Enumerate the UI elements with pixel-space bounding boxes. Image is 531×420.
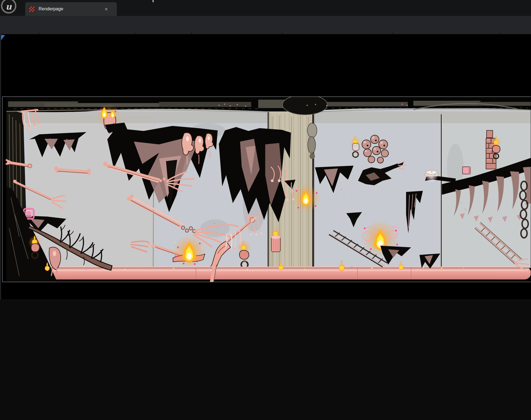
big-flame xyxy=(173,235,206,268)
texture-image xyxy=(3,97,531,282)
render-artifact-tick xyxy=(153,0,154,2)
tab-close-icon[interactable]: ✕ xyxy=(103,6,110,13)
tab-strip: u Renderpage ✕ xyxy=(0,0,531,16)
unreal-engine-logo-icon[interactable]: u xyxy=(1,0,17,14)
texture-editor-toolbar: Compress Reimport R G B A Mip Level 0 + … xyxy=(0,16,531,34)
details-panel-area xyxy=(0,299,531,420)
texture-checker-icon xyxy=(29,6,35,12)
pink-bar xyxy=(15,267,531,280)
tab-renderpage[interactable]: Renderpage ✕ xyxy=(25,2,117,16)
viewport-corner-marker xyxy=(1,35,5,40)
texture-preview[interactable] xyxy=(2,97,531,282)
tab-title: Renderpage xyxy=(39,6,63,11)
pink-block-shade xyxy=(469,167,470,174)
votive-candle xyxy=(270,228,282,252)
